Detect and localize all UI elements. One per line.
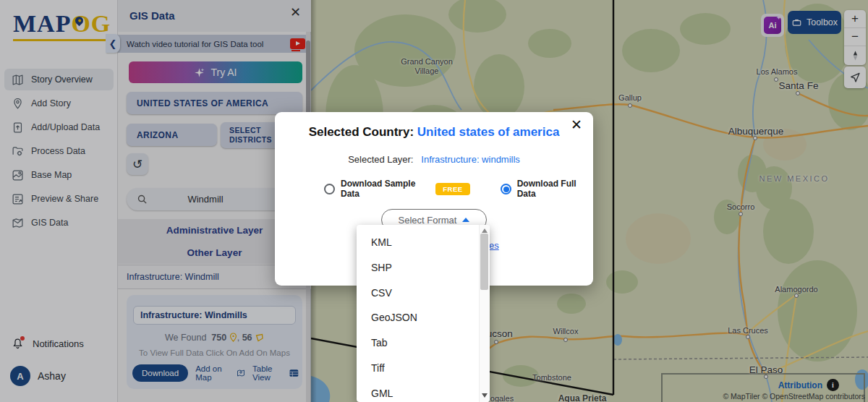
zoom-controls: + − xyxy=(844,10,866,65)
selected-country-chip[interactable]: UNITED STATES OF AMERICA xyxy=(127,92,302,114)
add-story-icon xyxy=(12,98,24,110)
map-place-dot xyxy=(774,77,778,82)
dropdown-option-tiff[interactable]: Tiff xyxy=(357,356,490,381)
radio-checked-icon xyxy=(501,184,511,194)
story-overview-icon xyxy=(12,74,24,86)
panel-header: GIS Data ✕ xyxy=(118,0,311,32)
logo-text-map: MAP xyxy=(13,10,71,37)
video-tutorial-bar[interactable]: Watch video tutorial for GIS Data tool xyxy=(118,35,311,53)
full-data-radio[interactable]: Download Full Data xyxy=(501,179,593,199)
process-data-icon xyxy=(12,145,24,158)
sample-attributes-link[interactable]: es xyxy=(489,240,499,251)
zoom-out-button[interactable]: − xyxy=(844,28,866,46)
format-options-list: KMLSHPCSVGeoJSONTabTiffGML xyxy=(357,225,490,402)
add-on-map-button[interactable]: Add on Map xyxy=(195,364,245,382)
sidebar-item-base-map[interactable]: Base Map xyxy=(4,164,114,186)
dropdown-scrollbar[interactable] xyxy=(479,225,490,402)
scroll-up-icon[interactable] xyxy=(482,228,488,233)
map-place-label: Grand Canyon Village xyxy=(401,57,453,76)
download-button[interactable]: Download xyxy=(132,364,188,382)
table-view-icon xyxy=(289,369,299,377)
mapog-logo[interactable]: MAPOG xyxy=(13,10,111,41)
sidebar-item-add-upload-data[interactable]: Add/Upload Data xyxy=(4,116,114,138)
sidebar-user[interactable]: A Ashay xyxy=(0,357,118,402)
zoom-in-button[interactable]: + xyxy=(844,10,866,28)
map-credits: © MapTiler © OpenStreetMap contributors xyxy=(723,392,865,401)
chevron-up-icon xyxy=(462,218,469,222)
locate-button[interactable] xyxy=(844,67,866,88)
dropdown-option-geojson[interactable]: GeoJSON xyxy=(357,305,490,330)
dropdown-scrollbar-thumb[interactable] xyxy=(480,234,488,290)
map-place-dot xyxy=(753,136,757,140)
compass-button[interactable] xyxy=(844,46,866,64)
sidebar-item-notifications[interactable]: Notifications xyxy=(0,330,118,357)
sidebar-item-label: Preview & Share xyxy=(31,194,98,204)
dropdown-option-gml[interactable]: GML xyxy=(357,381,490,402)
sample-data-radio[interactable]: Download Sample Data FREE xyxy=(324,179,470,199)
map-place-label: NEW MEXICO xyxy=(759,174,829,184)
map-place-label: Gallup xyxy=(618,93,642,103)
panel-scrollbar-thumb[interactable] xyxy=(306,40,310,124)
panel-collapse-button[interactable]: ❮ xyxy=(106,34,120,53)
ai-map-button[interactable]: Ai xyxy=(761,14,784,37)
sidebar-item-label: Process Data xyxy=(31,146,85,156)
sidebar-item-label: Add Story xyxy=(31,98,71,108)
undo-button[interactable]: ↺ xyxy=(127,153,148,175)
undo-icon: ↺ xyxy=(132,157,142,172)
scroll-down-icon[interactable] xyxy=(482,393,488,398)
try-ai-button[interactable]: Try AI xyxy=(129,61,302,83)
sidebar-item-preview-share[interactable]: Preview & Share xyxy=(4,188,114,210)
search-icon xyxy=(137,194,148,205)
map-place-label: Socorro xyxy=(727,202,755,212)
selected-layer-value: Infrastructure: windmills xyxy=(421,154,520,165)
map-place-dot xyxy=(563,338,568,342)
map-place-label: Santa Fe xyxy=(779,80,819,92)
result-hint: To View Full Data Click On Add On Maps xyxy=(127,348,302,357)
sidebar-item-label: Story Overview xyxy=(31,74,93,85)
radio-unchecked-icon xyxy=(324,184,335,194)
dropdown-option-tab[interactable]: Tab xyxy=(357,330,490,356)
sidebar-item-add-story[interactable]: Add Story xyxy=(4,93,114,114)
left-sidebar: MAPOG Story OverviewAdd StoryAdd/Upload … xyxy=(0,0,118,402)
info-icon[interactable]: i xyxy=(827,379,839,391)
point-pin-icon xyxy=(229,333,237,342)
video-tutorial-label: Watch video tutorial for GIS Data tool xyxy=(127,40,263,48)
result-counts: We Found 750 , 56 xyxy=(127,333,302,343)
locate-arrow-icon xyxy=(849,72,861,83)
sparkle-icon xyxy=(194,67,205,78)
result-card-title: Infrastructure: Windmills xyxy=(133,306,296,325)
sidebar-item-process-data[interactable]: Process Data xyxy=(4,140,114,162)
sidebar-item-label: Add/Upload Data xyxy=(31,122,100,132)
attribution-group: Attribution i xyxy=(778,379,839,391)
polygon-count: 56 xyxy=(242,333,252,343)
format-dropdown-menu: KMLSHPCSVGeoJSONTabTiffGML xyxy=(357,225,490,402)
dropdown-option-shp[interactable]: SHP xyxy=(357,255,490,281)
result-actions: Download Add on Map Table View xyxy=(132,364,299,382)
map-place-label: Los Alamos xyxy=(757,67,798,77)
sidebar-item-gis-data[interactable]: GIS Data xyxy=(4,212,114,234)
selected-state-chip[interactable]: ARIZONA xyxy=(127,124,217,146)
download-type-options: Download Sample Data FREE Download Full … xyxy=(275,179,593,199)
base-map-icon xyxy=(12,169,24,181)
map-place-label: Tombstone xyxy=(532,373,571,382)
table-view-button[interactable]: Table View xyxy=(252,364,299,382)
panel-close-icon[interactable]: ✕ xyxy=(286,3,305,22)
preview-share-icon xyxy=(12,193,24,205)
polygon-icon xyxy=(255,333,264,342)
search-input[interactable] xyxy=(148,194,263,205)
dropdown-option-csv[interactable]: CSV xyxy=(357,281,490,306)
sidebar-item-story-overview[interactable]: Story Overview xyxy=(4,69,114,90)
youtube-icon xyxy=(290,38,305,49)
attribution-label[interactable]: Attribution xyxy=(778,380,822,390)
ai-icon: Ai xyxy=(764,17,781,34)
panel-title: GIS Data xyxy=(129,9,175,22)
layer-result-card: Infrastructure: Windmills We Found 750 ,… xyxy=(127,295,302,389)
compass-needle-icon xyxy=(851,50,860,61)
app-screen: Grand Canyon VillageGallupLos AlamosSant… xyxy=(0,0,868,402)
logo-text-og: OG xyxy=(71,10,111,37)
sidebar-item-label: Base Map xyxy=(31,170,72,180)
sidebar-nav: Story OverviewAdd StoryAdd/Upload DataPr… xyxy=(0,67,118,236)
toolbox-button[interactable]: Toolbox xyxy=(788,11,841,34)
dropdown-option-kml[interactable]: KML xyxy=(357,230,490,255)
map-place-label: Agua Prieta xyxy=(558,393,607,402)
